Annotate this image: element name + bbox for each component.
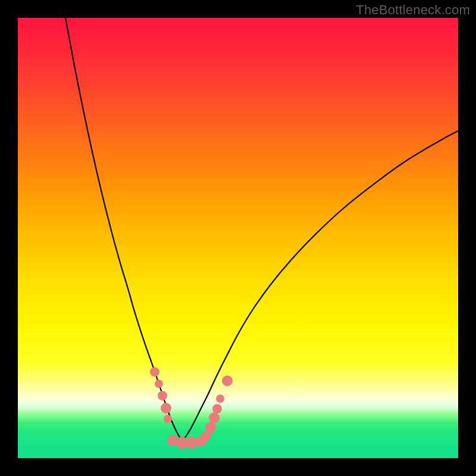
marker-dot (158, 391, 167, 400)
marker-dot (150, 367, 159, 377)
marker-dot (209, 412, 220, 423)
watermark-text: TheBottleneck.com (356, 2, 470, 18)
marker-dot (186, 437, 198, 449)
marker-dot (155, 380, 163, 388)
curve-right-branch (182, 131, 458, 441)
marker-dot (222, 375, 233, 386)
marker-dot (164, 415, 172, 423)
chart-svg (18, 18, 458, 458)
marker-dot (161, 403, 171, 414)
marker-dot (216, 394, 224, 403)
plot-area (18, 18, 458, 458)
markers-group (150, 367, 233, 449)
curve-group (65, 18, 458, 441)
marker-dot (205, 422, 216, 433)
curve-left-branch (65, 18, 182, 441)
chart-frame: TheBottleneck.com (0, 0, 476, 476)
marker-dot (212, 404, 222, 414)
